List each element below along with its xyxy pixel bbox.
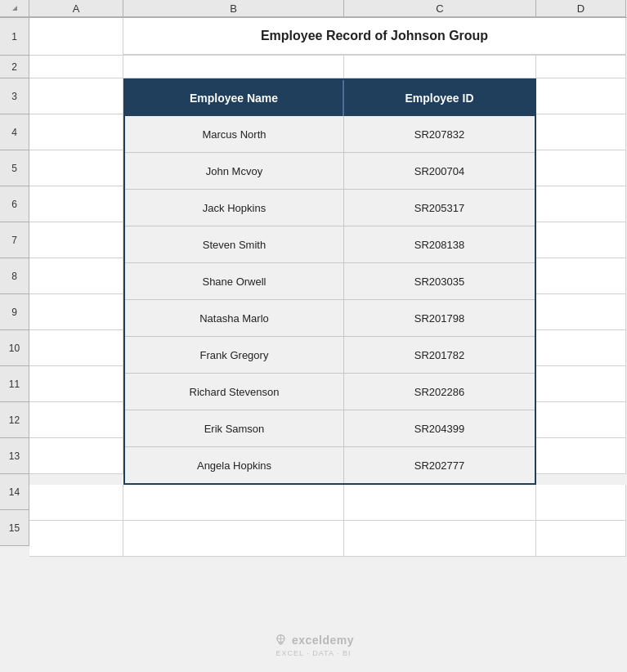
row-num-3[interactable]: 3 [0,78,29,114]
corner-arrow-icon [11,4,19,12]
col-a-cells [29,78,123,485]
col-header-a[interactable]: A [29,0,123,17]
employee-name-0[interactable]: Marcus North [125,116,344,152]
row-num-14[interactable]: 14 [0,474,29,510]
employee-id-1: SR200704 [344,153,535,189]
cell-a3[interactable] [29,78,123,114]
grid-body: 1 2 3 4 5 6 7 8 9 10 11 12 13 14 15 Empl… [0,18,627,672]
cell-d4[interactable] [536,114,626,150]
cell-a7[interactable] [29,222,123,258]
employee-name-7[interactable]: Richard Stevenson [125,374,344,410]
employee-name-5[interactable]: Natasha Marlo [125,300,344,336]
row-num-1[interactable]: 1 [0,18,29,56]
cell-c14[interactable] [344,485,536,521]
cell-a13[interactable] [29,438,123,474]
cell-a5[interactable] [29,150,123,186]
employee-name-8[interactable]: Erik Samson [125,410,344,446]
cell-d8[interactable] [536,258,626,294]
employee-name-6[interactable]: Frank Gregory [125,337,344,373]
table-row: Steven Smith SR208138 [125,226,535,263]
employee-id-5: SR201798 [344,300,535,336]
table-header-row: Employee Name Employee ID [125,80,535,116]
row-numbers: 1 2 3 4 5 6 7 8 9 10 11 12 13 14 15 [0,18,29,672]
row-num-12[interactable]: 12 [0,402,29,438]
table-row: Angela Hopkins SR202777 [125,447,535,483]
col-header-c[interactable]: C [344,0,536,17]
watermark-sub: EXCEL · DATA · BI [276,649,352,657]
col-header-b[interactable]: B [123,0,344,17]
table-row: John Mcvoy SR200704 [125,153,535,190]
employee-id-2: SR205317 [344,190,535,226]
employee-id-9: SR202777 [344,447,535,483]
cell-d5[interactable] [536,150,626,186]
employee-id-8: SR204399 [344,410,535,446]
cell-a15[interactable] [29,521,123,557]
row-num-5[interactable]: 5 [0,150,29,186]
row-14 [29,485,627,521]
table-row: Natasha Marlo SR201798 [125,300,535,337]
cell-a4[interactable] [29,114,123,150]
cell-d7[interactable] [536,222,626,258]
col-header-d[interactable]: D [536,0,626,17]
table-row: Jack Hopkins SR205317 [125,190,535,226]
cell-a12[interactable] [29,402,123,438]
row-num-6[interactable]: 6 [0,186,29,222]
table-row: Erik Samson SR204399 [125,410,535,447]
employee-name-3[interactable]: Steven Smith [125,226,344,262]
cell-d15[interactable] [536,521,626,557]
employee-id-7: SR202286 [344,374,535,410]
watermark: exceldemy EXCEL · DATA · BI [273,633,354,657]
cell-d10[interactable] [536,330,626,366]
employee-id-0: SR207832 [344,116,535,152]
row-2 [29,56,627,78]
row-num-11[interactable]: 11 [0,366,29,402]
row-num-13[interactable]: 13 [0,438,29,474]
row-num-15[interactable]: 15 [0,510,29,546]
cell-b14[interactable] [123,485,344,521]
cell-a10[interactable] [29,330,123,366]
column-headers: A B C D [0,0,627,18]
table-row: Marcus North SR207832 [125,116,535,153]
cell-d12[interactable] [536,402,626,438]
employee-id-3: SR208138 [344,226,535,262]
cell-a11[interactable] [29,366,123,402]
cell-d2[interactable] [536,56,626,78]
col-header-name: Employee Name [125,80,344,116]
cell-d11[interactable] [536,366,626,402]
cell-a8[interactable] [29,258,123,294]
cell-c15[interactable] [344,521,536,557]
cell-a14[interactable] [29,485,123,521]
cell-a9[interactable] [29,294,123,330]
cell-a6[interactable] [29,186,123,222]
cell-c2[interactable] [344,56,536,78]
cell-d3[interactable] [536,78,626,114]
grid-content: Employee Record of Johnson Group [29,18,627,672]
cell-d13[interactable] [536,438,626,474]
row-num-4[interactable]: 4 [0,114,29,150]
row-num-8[interactable]: 8 [0,258,29,294]
row-num-9[interactable]: 9 [0,294,29,330]
table-row: Frank Gregory SR201782 [125,337,535,374]
watermark-logo: exceldemy [273,633,354,647]
row-num-7[interactable]: 7 [0,222,29,258]
watermark-name: exceldemy [292,634,354,647]
title-cell: Employee Record of Johnson Group [123,18,626,56]
svg-marker-0 [12,6,17,11]
cell-d9[interactable] [536,294,626,330]
row-num-10[interactable]: 10 [0,330,29,366]
row-15 [29,521,627,557]
cell-d14[interactable] [536,485,626,521]
row-num-2[interactable]: 2 [0,56,29,78]
table-row: Shane Orwell SR203035 [125,263,535,300]
table-row: Richard Stevenson SR202286 [125,374,535,410]
employee-name-1[interactable]: John Mcvoy [125,153,344,189]
employee-name-4[interactable]: Shane Orwell [125,263,344,299]
employee-name-9[interactable]: Angela Hopkins [125,447,344,483]
employee-table: Employee Name Employee ID Marcus North S… [123,78,536,485]
cell-d6[interactable] [536,186,626,222]
cell-b15[interactable] [123,521,344,557]
cell-a1[interactable] [29,18,123,56]
cell-a2[interactable] [29,56,123,78]
employee-name-2[interactable]: Jack Hopkins [125,190,344,226]
cell-b2[interactable] [123,56,344,78]
